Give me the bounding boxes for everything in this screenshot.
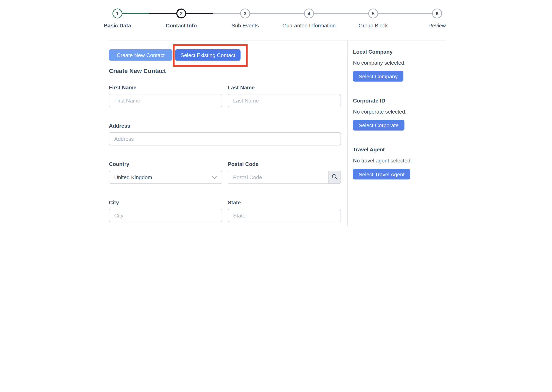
stepper-connector <box>373 13 437 14</box>
select-existing-contact-tab[interactable]: Select Existing Contact <box>175 49 241 61</box>
step-3-number: 3 <box>244 11 246 16</box>
postal-code-label: Postal Code <box>228 161 341 168</box>
country-select[interactable]: United Kingdom <box>109 171 222 184</box>
city-input[interactable] <box>109 209 222 222</box>
step-6-circle[interactable]: 6 <box>432 9 442 19</box>
name-row: First Name Last Name <box>109 84 341 107</box>
last-name-input[interactable] <box>228 94 341 107</box>
postal-code-search-button[interactable] <box>328 171 341 184</box>
step-6-number: 6 <box>436 11 439 16</box>
step-1-circle[interactable]: 1 <box>112 9 123 19</box>
corporate-id-section: Corporate ID No corporate selected. Sele… <box>353 97 446 131</box>
city-label: City <box>109 199 222 206</box>
sidebar-divider <box>347 40 348 226</box>
select-company-button[interactable]: Select Company <box>353 71 403 82</box>
create-new-contact-tab[interactable]: Create New Contact <box>109 49 172 61</box>
form-heading: Create New Contact <box>109 68 166 75</box>
contact-info-wizard-page: 1 2 3 4 5 6 Basic Data Contact Info Sub … <box>0 0 552 226</box>
step-2-number: 2 <box>180 11 183 16</box>
step-3-circle[interactable]: 3 <box>240 9 250 19</box>
step-6-label: Review <box>398 22 476 28</box>
step-4-circle[interactable]: 4 <box>304 9 314 19</box>
first-name-label: First Name <box>109 84 222 91</box>
address-label: Address <box>109 122 341 130</box>
postal-code-input[interactable] <box>228 171 328 184</box>
address-row: Address <box>109 122 341 146</box>
search-icon <box>331 174 337 181</box>
travel-agent-section: Travel Agent No travel agent selected. S… <box>353 146 446 179</box>
stepper-connector <box>309 13 373 14</box>
address-input[interactable] <box>109 132 341 146</box>
travel-agent-status: No travel agent selected. <box>353 157 446 164</box>
city-state-row: City State <box>109 199 341 222</box>
corporate-id-status: No corporate selected. <box>353 108 446 115</box>
step-5-number: 5 <box>372 11 375 16</box>
step-1-number: 1 <box>116 11 119 16</box>
chevron-down-icon <box>212 174 217 180</box>
step-2-circle[interactable]: 2 <box>176 9 186 19</box>
state-label: State <box>228 199 341 206</box>
last-name-label: Last Name <box>228 84 341 91</box>
corporate-id-title: Corporate ID <box>353 97 446 104</box>
step-5-circle[interactable]: 5 <box>368 9 378 19</box>
select-corporate-button[interactable]: Select Corporate <box>353 120 404 131</box>
step-4-number: 4 <box>307 11 310 16</box>
country-select-value: United Kingdom <box>114 174 152 180</box>
header-divider <box>109 40 445 40</box>
local-company-title: Local Company <box>353 48 446 56</box>
stepper-connector <box>245 13 309 14</box>
local-company-status: No company selected. <box>353 59 446 66</box>
local-company-section: Local Company No company selected. Selec… <box>353 48 446 82</box>
country-label: Country <box>109 161 222 168</box>
select-travel-agent-button[interactable]: Select Travel Agent <box>353 169 410 179</box>
travel-agent-title: Travel Agent <box>353 146 446 153</box>
country-postal-row: Country United Kingdom Postal Code <box>109 161 341 184</box>
wizard-stepper: 1 2 3 4 5 6 Basic Data Contact Info Sub … <box>0 0 552 35</box>
first-name-input[interactable] <box>109 94 222 107</box>
state-input[interactable] <box>228 209 341 222</box>
